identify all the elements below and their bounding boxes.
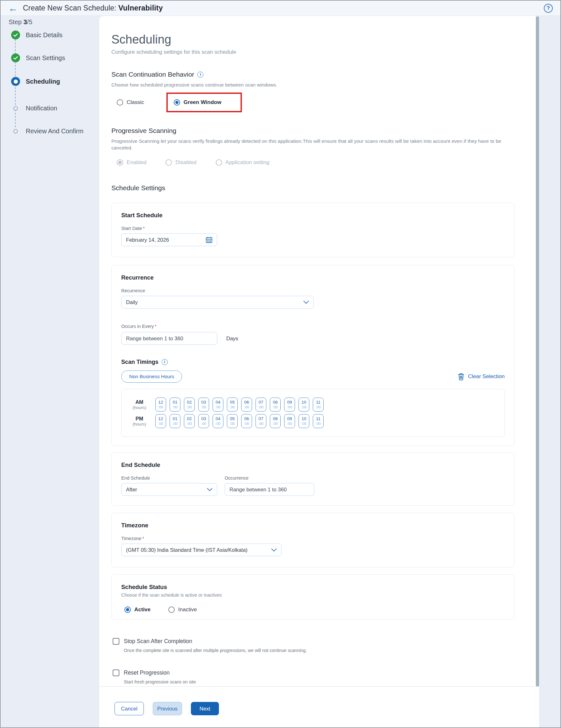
hour-chip[interactable]: 04:00 [212,398,223,412]
hour-chip[interactable]: 10:00 [299,414,309,428]
hour-chip[interactable]: 07:00 [255,398,266,412]
info-icon[interactable]: i [197,72,203,78]
occurs-in-every-input[interactable]: Range between 1 to 360 [121,332,217,345]
hour-chip-hour: 08 [273,400,277,405]
recurrence-select[interactable]: Daily [121,296,314,309]
scan-continuation-options: Classic Green Window [111,93,515,112]
hour-chip[interactable]: 07:00 [255,414,266,428]
radio-label: Disabled [175,159,196,166]
am-hours-row: AM (hours) 12:0001:0002:0003:0004:0005:0… [129,398,497,412]
active-step-icon [11,77,20,86]
end-schedule-card: End Schedule End Schedule After Occurren… [111,452,515,506]
hour-chip[interactable]: 01:00 [170,398,180,412]
step-indicator: Step 3/5 [9,18,32,26]
next-button[interactable]: Next [191,702,219,715]
radio-icon-selected [174,99,180,106]
hour-chip[interactable]: 12:00 [155,414,166,428]
hour-chip-minutes: :00 [258,405,263,409]
info-icon[interactable]: i [162,359,168,365]
hour-chip[interactable]: 12:00 [155,398,166,412]
non-business-hours-button[interactable]: Non Business Hours [121,371,182,383]
top-header: ← Create New Scan Schedule:Vulnerability… [1,1,560,16]
occurrence-input[interactable]: Range between 1 to 360 [225,483,315,496]
hour-chip-hour: 04 [215,400,220,405]
highlight-red-box: Green Window [166,93,242,112]
hour-chip-minutes: :00 [316,421,321,426]
radio-icon [117,99,123,106]
timezone-select[interactable]: (GMT 05:30) India Standard Time (IST Asi… [121,544,282,556]
hour-chip-hour: 01 [172,400,177,405]
calendar-icon[interactable] [205,236,212,243]
radio-label: Active [134,607,150,613]
hour-chip-minutes: :00 [244,405,249,409]
hour-chip[interactable]: 02:00 [184,398,195,412]
occurs-placeholder: Range between 1 to 360 [126,336,183,342]
card-title: Timezone [121,522,505,529]
hour-chip[interactable]: 05:00 [227,414,238,428]
hour-chip[interactable]: 09:00 [284,398,295,412]
hour-chip-minutes: :00 [215,405,220,409]
hour-chip-minutes: :00 [287,421,292,426]
hour-chip[interactable]: 04:00 [212,414,223,428]
end-schedule-select[interactable]: After [121,483,217,496]
hour-chip[interactable]: 06:00 [241,398,252,412]
checkbox-icon [113,638,119,645]
hour-chip-minutes: :00 [158,421,163,426]
hour-chip[interactable]: 03:00 [198,398,209,412]
hour-chip[interactable]: 08:00 [270,414,280,428]
hour-chip[interactable]: 03:00 [198,414,209,428]
recurrence-label: Recurrence [121,288,505,293]
hour-chip-minutes: :00 [287,405,292,409]
schedule-status-options: Active Inactive [121,607,505,613]
radio-active[interactable]: Active [124,607,150,613]
required-asterisk: * [142,536,144,541]
help-icon[interactable]: ? [544,4,553,13]
sidebar-item-scheduling[interactable]: Scheduling [11,77,60,86]
hour-chip[interactable]: 01:00 [170,414,180,428]
hour-chip-hour: 10 [301,400,306,405]
hour-chip[interactable]: 06:00 [241,414,252,428]
radio-disabled: Disabled [165,159,196,166]
hour-chip[interactable]: 08:00 [270,398,280,412]
radio-icon-disabled-selected [117,159,123,166]
chevron-down-icon [271,548,277,552]
card-title: Start Schedule [121,212,505,219]
radio-inactive[interactable]: Inactive [168,607,197,613]
radio-icon [168,607,175,613]
hour-chip[interactable]: 05:00 [227,398,238,412]
hour-chip-hour: 01 [172,416,177,421]
hour-chip[interactable]: 11:00 [313,414,324,428]
hour-chip-hour: 09 [287,416,292,421]
scan-continuation-heading: Scan Continuation Behavior i [111,71,515,78]
stop-scan-checkbox[interactable]: Stop Scan After Completion [113,638,515,645]
hour-chip[interactable]: 10:00 [299,398,309,412]
reset-progression-block: Reset Progression Start fresh progressiv… [113,669,515,684]
hour-chip-hour: 12 [158,416,163,421]
back-arrow-icon[interactable]: ← [8,3,18,13]
clear-selection-button[interactable]: Clear Selection [458,373,505,380]
hour-chip-minutes: :00 [301,421,307,426]
sidebar-item-notification[interactable]: Notification [11,105,57,112]
start-date-label: Start Date* [121,226,505,231]
cancel-button[interactable]: Cancel [114,702,144,715]
checkbox-description: Start fresh progressive scans on site [124,679,515,684]
progressive-scanning-heading: Progressive Scanning [111,127,515,135]
previous-button[interactable]: Previous [153,702,182,715]
sidebar-item-basic-details[interactable]: Basic Details [11,31,63,39]
stop-scan-block: Stop Scan After Completion Once the comp… [113,638,515,653]
hour-chip[interactable]: 09:00 [284,414,295,428]
sidebar-item-scan-settings[interactable]: Scan Settings [11,53,65,62]
vertical-scrollbar[interactable] [536,17,539,686]
schedule-status-card: Schedule Status Choose if the scan sched… [111,574,515,620]
reset-progression-checkbox[interactable]: Reset Progression [113,669,515,676]
radio-green-window[interactable]: Green Window [174,99,221,106]
hour-chip-minutes: :00 [187,405,192,409]
checkbox-description: Once the complete site is scanned after … [124,648,515,653]
radio-classic[interactable]: Classic [117,99,144,106]
hour-chip-hour: 11 [316,400,321,405]
sidebar-item-review-and-confirm[interactable]: Review And Confirm [11,128,83,135]
hour-chip[interactable]: 02:00 [184,414,195,428]
radio-icon-selected [124,607,131,613]
hour-chip[interactable]: 11:00 [313,398,324,412]
start-date-input[interactable]: February 14, 2026 [121,233,217,246]
